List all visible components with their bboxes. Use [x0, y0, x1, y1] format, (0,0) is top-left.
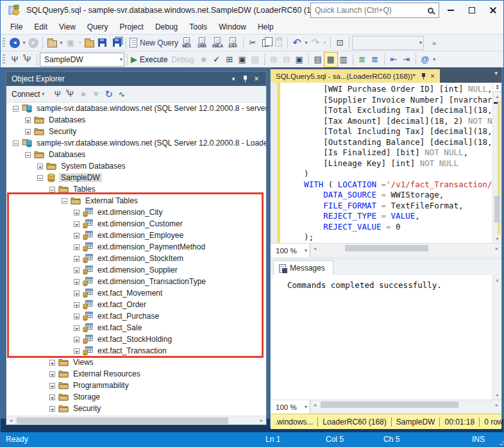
menu-tools[interactable]: Tools	[183, 21, 213, 33]
expand-toggle[interactable]: +	[74, 314, 80, 319]
scroll-thumb[interactable]	[494, 196, 500, 223]
undo-dropdown[interactable]: ▾	[303, 40, 309, 46]
editor-horizontal-scrollbar[interactable]: ◄ ►	[310, 244, 501, 253]
editor-vertical-scrollbar[interactable]: ⇕ ▲ ▼	[492, 83, 501, 243]
tree-item[interactable]: −SampleDW	[6, 172, 266, 183]
tree-item[interactable]: +Security	[6, 403, 266, 414]
expand-toggle[interactable]: +	[74, 221, 80, 227]
new-project-button[interactable]	[46, 36, 58, 50]
document-list-chevron-icon[interactable]: ▾	[494, 70, 498, 76]
editor-zoom-selector[interactable]: 100 %▾	[271, 244, 310, 257]
stop-button[interactable]: ■	[197, 53, 210, 67]
connect-menu-button[interactable]: Connect	[12, 90, 40, 99]
back-dropdown[interactable]: ▾	[21, 40, 27, 46]
object-explorer-header[interactable]: Object Explorer ▾ ×	[6, 72, 266, 86]
tree-item[interactable]: +ext.fact_Movement	[6, 287, 266, 299]
messages-horizontal-scrollbar[interactable]: ◄ ►	[310, 400, 501, 409]
results-to-grid-button[interactable]: ▦	[324, 53, 337, 67]
decrease-indent-button[interactable]: ⇤	[387, 53, 400, 67]
split-window-handle[interactable]: ⇕	[493, 83, 501, 92]
include-actual-plan-button[interactable]: ⊞	[267, 53, 280, 67]
scroll-down-icon[interactable]: ▼	[493, 234, 501, 243]
expand-toggle[interactable]: +	[49, 394, 55, 400]
tree-item[interactable]: +ext.dimension_Supplier	[6, 264, 266, 276]
tree-item[interactable]: +Databases	[6, 114, 266, 126]
redo-button[interactable]: ↷	[309, 36, 322, 50]
scroll-thumb[interactable]	[345, 245, 428, 251]
tree-item[interactable]: +ext.fact_Sale	[6, 322, 266, 333]
scroll-left-icon[interactable]: ◄	[310, 400, 319, 409]
save-all-button[interactable]	[110, 36, 123, 50]
panel-close-button[interactable]: ×	[251, 74, 262, 84]
intellisense-button[interactable]: @	[419, 53, 432, 67]
estimated-plan-button[interactable]: ⊞	[223, 53, 236, 67]
specify-values-button[interactable]: ▤	[249, 53, 262, 67]
paste-button[interactable]	[272, 36, 285, 50]
expand-toggle[interactable]: +	[49, 406, 55, 412]
tree-item[interactable]: +Security	[6, 126, 266, 137]
dax-query-button[interactable]: DAX	[225, 36, 240, 50]
oe-connect-button[interactable]: Ψ	[51, 87, 64, 101]
expand-toggle[interactable]: +	[74, 337, 80, 342]
uncomment-button[interactable]: ≣	[369, 53, 382, 67]
menu-file[interactable]: File	[4, 21, 28, 33]
menu-view[interactable]: View	[53, 21, 81, 33]
expand-toggle[interactable]: +	[74, 210, 80, 215]
expand-toggle[interactable]: −	[13, 140, 19, 146]
tree-item[interactable]: +ext.dimension_PaymentMethod	[6, 241, 266, 253]
open-file-button[interactable]	[83, 36, 96, 50]
live-query-stats-button[interactable]: ⊟	[280, 53, 293, 67]
expand-toggle[interactable]: +	[49, 383, 55, 389]
scroll-up-icon[interactable]: ▲	[493, 92, 501, 101]
messages-vertical-scrollbar[interactable]: ▲ ▼	[492, 275, 501, 400]
menu-edit[interactable]: Edit	[28, 21, 53, 33]
expand-toggle[interactable]: −	[62, 198, 67, 204]
tree-item[interactable]: +ext.fact_StockHolding	[6, 333, 266, 345]
activity-monitor-button[interactable]: ∿	[115, 87, 128, 101]
minimize-button[interactable]	[440, 1, 461, 20]
scroll-left-icon[interactable]: ◄	[6, 416, 15, 425]
tree-item[interactable]: +ext.fact_Purchase	[6, 310, 266, 322]
menu-debug[interactable]: Debug	[149, 21, 183, 33]
scroll-thumb[interactable]	[321, 401, 458, 408]
copy-button[interactable]	[259, 36, 272, 50]
messages-zoom-selector[interactable]: 100 %▾	[271, 400, 310, 414]
undo-button[interactable]: ↶	[290, 36, 303, 50]
toolbar-overflow-button[interactable]: »	[428, 36, 441, 50]
new-query-button[interactable]: New Query	[129, 36, 179, 50]
panel-pin-button[interactable]	[239, 74, 251, 84]
tree-item[interactable]: +ext.dimension_StockItem	[6, 253, 266, 264]
save-button[interactable]	[96, 36, 108, 50]
expand-toggle[interactable]: +	[25, 117, 31, 123]
oe-horizontal-scrollbar[interactable]: ◄ ►	[6, 416, 266, 425]
expand-toggle[interactable]: +	[37, 164, 43, 169]
database-combobox[interactable]: SampleDW▾	[40, 53, 124, 67]
find-combobox[interactable]: ▾	[352, 36, 424, 50]
scroll-up-icon[interactable]: ▲	[493, 275, 501, 284]
object-explorer-tree[interactable]: −sample-svr.database.windows.net (SQL Se…	[6, 103, 266, 416]
tree-item[interactable]: +ext.dimension_City	[6, 207, 266, 218]
new-project-dropdown[interactable]: ▾	[58, 40, 64, 46]
expand-toggle[interactable]: +	[49, 360, 55, 366]
snippet-picker-button[interactable]: ⊡	[333, 36, 346, 50]
scroll-right-icon[interactable]: ►	[492, 400, 501, 409]
results-to-text-button[interactable]: ▤	[312, 53, 324, 67]
menu-help[interactable]: Help	[252, 21, 280, 33]
messages-tab[interactable]: Messages	[273, 260, 333, 275]
comment-button[interactable]: ≣	[356, 53, 369, 67]
mdx-query-button[interactable]: MDX	[179, 36, 194, 50]
oe-filter-button[interactable]	[90, 87, 103, 101]
scroll-right-icon[interactable]: ►	[492, 244, 501, 253]
expand-toggle[interactable]: +	[49, 371, 55, 377]
tree-item[interactable]: +Storage	[6, 391, 266, 403]
code-area[interactable]: [WWI Purchase Order ID] [int] NULL, [Sup…	[285, 84, 492, 243]
scroll-left-icon[interactable]: ◄	[310, 244, 319, 253]
debug-button[interactable]: Debug	[168, 53, 197, 67]
navigate-back-button[interactable]: ◄	[8, 36, 21, 50]
xmla-query-button[interactable]: XMLA	[210, 36, 225, 50]
expand-toggle[interactable]: +	[74, 256, 80, 262]
expand-toggle[interactable]: +	[74, 244, 80, 250]
tree-item[interactable]: +ext.dimension_Customer	[6, 218, 266, 230]
close-button[interactable]	[482, 1, 503, 20]
expand-toggle[interactable]: +	[74, 325, 80, 331]
